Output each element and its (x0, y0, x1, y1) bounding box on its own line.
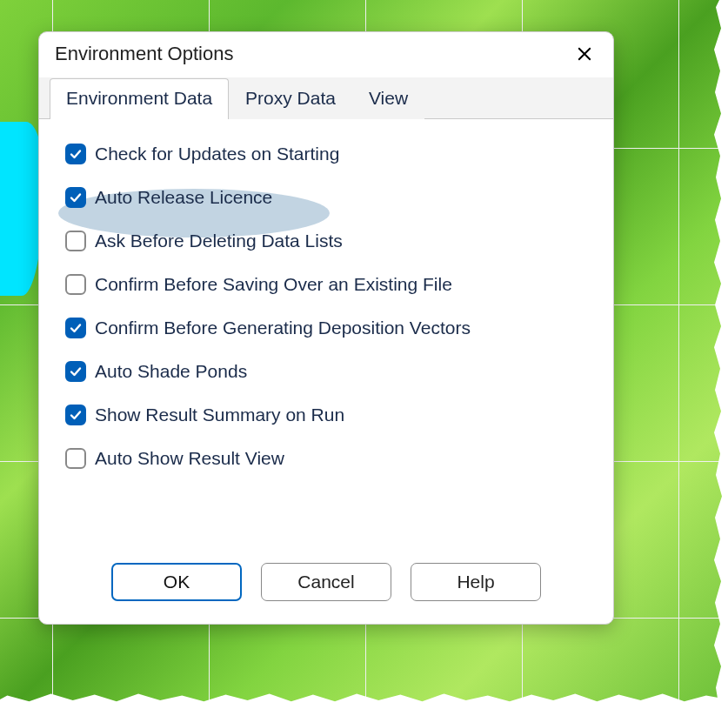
help-button[interactable]: Help (411, 563, 541, 601)
tab-label: Proxy Data (245, 88, 336, 108)
check-icon (69, 408, 83, 422)
option-row: Check for Updates on Starting (65, 144, 587, 164)
dialog-body: Check for Updates on Starting Auto Relea… (39, 119, 613, 563)
option-row: Auto Show Result View (65, 448, 587, 469)
check-icon (69, 365, 83, 378)
option-row: Ask Before Deleting Data Lists (65, 231, 587, 251)
option-label: Show Result Summary on Run (95, 405, 344, 425)
checkbox-auto-shade-ponds[interactable] (65, 361, 86, 382)
option-label: Ask Before Deleting Data Lists (95, 231, 343, 251)
check-icon (69, 147, 83, 161)
environment-options-dialog: Environment Options Environment Data Pro… (38, 31, 614, 625)
tab-label: View (369, 88, 408, 108)
close-button[interactable] (573, 43, 596, 65)
dialog-titlebar: Environment Options (39, 32, 613, 65)
checkbox-show-result-summary[interactable] (65, 405, 86, 425)
option-label: Auto Show Result View (95, 448, 284, 469)
option-row: Confirm Before Saving Over an Existing F… (65, 274, 587, 295)
checkbox-auto-show-result-view[interactable] (65, 448, 86, 469)
button-label: OK (164, 572, 190, 592)
dialog-title: Environment Options (55, 43, 233, 65)
checkbox-ask-before-deleting[interactable] (65, 231, 86, 251)
tab-proxy-data[interactable]: Proxy Data (229, 78, 352, 119)
tab-label: Environment Data (66, 88, 212, 108)
tab-environment-data[interactable]: Environment Data (50, 78, 229, 119)
checkbox-check-updates[interactable] (65, 144, 86, 164)
checkbox-confirm-before-saving[interactable] (65, 274, 86, 295)
checkbox-confirm-deposition-vectors[interactable] (65, 318, 86, 338)
option-label: Check for Updates on Starting (95, 144, 339, 164)
ok-button[interactable]: OK (111, 563, 242, 601)
dialog-footer: OK Cancel Help (39, 563, 613, 624)
option-row: Auto Shade Ponds (65, 361, 587, 382)
button-label: Cancel (297, 572, 354, 592)
option-label: Confirm Before Saving Over an Existing F… (95, 274, 452, 295)
option-row: Confirm Before Generating Deposition Vec… (65, 318, 587, 338)
checkbox-auto-release-licence[interactable] (65, 187, 86, 208)
tab-view[interactable]: View (352, 78, 424, 119)
close-icon (577, 46, 592, 62)
option-row: Show Result Summary on Run (65, 405, 587, 425)
check-icon (69, 321, 83, 335)
button-label: Help (457, 572, 494, 592)
option-label: Auto Release Licence (95, 187, 272, 208)
option-label: Confirm Before Generating Deposition Vec… (95, 318, 471, 338)
tab-bar: Environment Data Proxy Data View (39, 77, 613, 119)
option-label: Auto Shade Ponds (95, 361, 247, 382)
cancel-button[interactable]: Cancel (261, 563, 391, 601)
option-row: Auto Release Licence (65, 187, 587, 208)
background-map: Environment Options Environment Data Pro… (0, 0, 728, 709)
check-icon (69, 191, 83, 204)
